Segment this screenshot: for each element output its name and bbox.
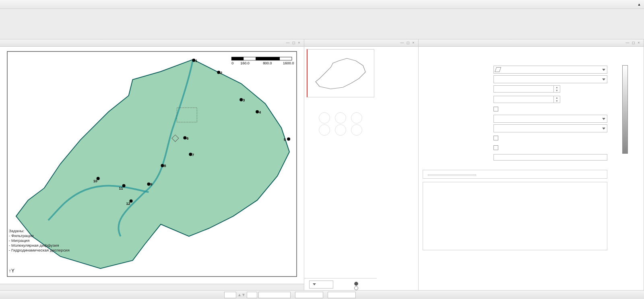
radio-unconfined[interactable]: [354, 282, 359, 286]
vsplit-select[interactable]: [493, 75, 607, 83]
status-time-b[interactable]: [258, 292, 291, 298]
panel-max-icon[interactable]: ◻: [631, 41, 636, 45]
panel-close-icon[interactable]: ×: [411, 41, 416, 45]
layer-tools: [304, 100, 377, 148]
svg-text:3: 3: [243, 98, 245, 102]
layer-list: [304, 148, 377, 278]
short-name-input[interactable]: [493, 154, 607, 161]
statusbar: ▲▼: [0, 290, 644, 299]
type-tool-3[interactable]: [351, 124, 362, 136]
display-select[interactable]: [309, 280, 333, 289]
svg-text:↑Y: ↑Y: [9, 268, 14, 274]
type-tool-1[interactable]: [319, 124, 330, 136]
volume-box: [423, 170, 607, 179]
svg-text:10: 10: [93, 179, 97, 183]
tasks-title: Заданы:: [9, 229, 24, 233]
cell-type-select[interactable]: [493, 66, 607, 74]
svg-text:- Молекулярная диффузия: - Молекулярная диффузия: [9, 243, 59, 247]
svg-text:11: 11: [119, 186, 123, 190]
svg-point-24: [147, 182, 151, 186]
status-time-a[interactable]: [247, 292, 257, 298]
svg-text:0: 0: [231, 61, 233, 65]
svg-text:7: 7: [192, 153, 194, 157]
svg-text:1600.0: 1600.0: [283, 61, 294, 65]
svg-point-16: [287, 138, 290, 141]
props-tabs: [419, 47, 644, 60]
collapse-ribbon-icon[interactable]: ▲: [636, 1, 642, 8]
svg-point-22: [161, 164, 164, 167]
svg-text:1: 1: [195, 59, 197, 63]
count-input[interactable]: [493, 85, 554, 93]
radio-confined[interactable]: [354, 286, 359, 290]
quick-access-toolbar: ▲: [0, 0, 644, 9]
layer-thumbnail[interactable]: [307, 49, 374, 97]
svg-text:- Фильтрация: - Фильтрация: [9, 233, 34, 238]
svg-text:- Миграция: - Миграция: [9, 238, 29, 243]
menubar: [3, 0, 15, 9]
svg-text:9: 9: [151, 182, 153, 186]
type-tool-2[interactable]: [335, 124, 346, 136]
svg-point-18: [183, 136, 186, 140]
status-dy[interactable]: [328, 292, 356, 298]
status-dx[interactable]: [295, 292, 323, 298]
svg-point-10: [217, 71, 220, 74]
aquifer-type-radios: [354, 282, 359, 290]
panel-min-icon[interactable]: —: [400, 41, 405, 45]
svg-text:160.0: 160.0: [240, 61, 249, 65]
panel-close-icon[interactable]: ×: [297, 41, 301, 45]
panel-min-icon[interactable]: —: [625, 41, 630, 45]
panel-layer-props: —◻×: [419, 39, 644, 290]
svg-text:2: 2: [220, 71, 222, 75]
panel-title-props: —◻×: [419, 39, 644, 47]
svg-text:800.0: 800.0: [263, 61, 272, 65]
layers-bottom-bar: [304, 278, 377, 290]
mode-tool-2[interactable]: [335, 112, 346, 124]
panel-2d-editor: —◻× 0 160.0 800.0 1600.0: [0, 39, 304, 290]
svg-text:8: 8: [164, 164, 166, 168]
volume-value: [428, 174, 476, 176]
depth-scale[interactable]: [616, 65, 634, 154]
count-spinner[interactable]: ▲▼: [493, 85, 607, 93]
svg-point-20: [189, 153, 192, 156]
svg-text:- Гидродинамическая дисперсия: - Гидродинамическая дисперсия: [9, 248, 70, 252]
build-select[interactable]: [493, 115, 607, 123]
svg-rect-2: [231, 57, 244, 60]
svg-point-14: [256, 110, 259, 113]
smooth-v-checkbox[interactable]: [493, 136, 498, 140]
svg-text:6: 6: [186, 136, 188, 140]
mode-tool-3[interactable]: [351, 112, 362, 124]
panel-close-icon[interactable]: ×: [636, 41, 641, 45]
panel-title-layers: —◻×: [304, 39, 418, 47]
panel-title-2d-editor: —◻×: [0, 39, 304, 47]
svg-text:5: 5: [284, 138, 286, 142]
svg-point-8: [192, 59, 195, 62]
mode-tool-1[interactable]: [319, 112, 330, 124]
smooth-h-checkbox[interactable]: [493, 145, 498, 150]
panel-min-icon[interactable]: —: [285, 41, 290, 45]
map-canvas[interactable]: 0 160.0 800.0 1600.0 1 2 3 4 5 6: [0, 47, 304, 284]
editor-hscrollbar[interactable]: [0, 284, 304, 290]
workspace: —◻× 0 160.0 800.0 1600.0: [0, 39, 644, 290]
nogrid-checkbox[interactable]: [493, 107, 498, 111]
panel-max-icon[interactable]: ◻: [291, 41, 296, 45]
svg-text:4: 4: [259, 110, 261, 114]
area-histogram: [423, 182, 607, 250]
panel-max-icon[interactable]: ◻: [405, 41, 410, 45]
svg-text:12: 12: [126, 202, 130, 206]
status-layers-input[interactable]: [224, 292, 236, 298]
ribbon: [0, 9, 644, 39]
split-layer-select[interactable]: [493, 124, 607, 132]
coef-spinner[interactable]: ▲▼: [493, 96, 607, 103]
panel-layers: —◻×: [304, 39, 419, 290]
coef-input[interactable]: [493, 96, 554, 103]
svg-rect-3: [256, 57, 280, 60]
svg-point-12: [239, 98, 243, 101]
